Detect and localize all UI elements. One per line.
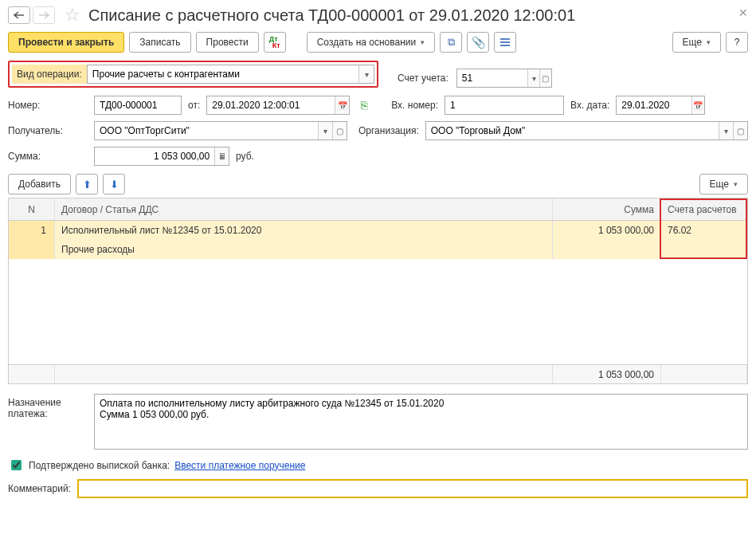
purpose-label: Назначение платежа: [8,394,88,450]
col-header-doc[interactable]: Договор / Статья ДДС [55,198,553,220]
org-dropdown-button[interactable]: ▾ [719,122,733,139]
bank-confirmed-checkbox[interactable] [11,460,22,470]
calendar-button[interactable]: 📅 [335,96,349,114]
sum-input[interactable] [95,147,214,165]
table-more-button[interactable]: Еще [699,174,748,194]
org-open-button[interactable]: ▢ [733,122,747,139]
structure-icon: ⧉ [448,36,455,49]
account-open-button[interactable]: ▢ [539,69,551,87]
table-row[interactable]: 1 Исполнительный лист №12345 от 15.01.20… [9,221,747,240]
close-icon[interactable]: ✕ [738,6,748,19]
col-header-n[interactable]: N [9,198,55,220]
currency-label: руб. [236,151,254,162]
cell-doc2: Прочие расходы [55,240,553,259]
from-label: от: [188,100,200,111]
post-and-close-button[interactable]: Провести и закрыть [8,32,124,53]
list-icon [500,38,510,46]
recipient-open-button[interactable]: ▢ [332,122,347,139]
number-input[interactable] [95,96,181,114]
execute-icon[interactable]: ⎘ [361,99,367,112]
cell-doc1: Исполнительный лист №12345 от 15.01.2020 [55,221,553,240]
col-header-acct[interactable]: Счета расчетов [661,198,747,220]
in-number-label: Вх. номер: [391,100,438,111]
paperclip-icon: 📎 [472,36,485,49]
cell-sum: 1 053 000,00 [553,221,661,240]
post-button[interactable]: Провести [196,32,259,53]
debit-credit-button[interactable]: ДтКт [264,32,286,53]
recipient-label: Получатель: [8,125,88,136]
attach-button[interactable]: 📎 [467,32,489,53]
toolbar-more-button[interactable]: Еще [672,32,721,53]
in-date-input[interactable] [617,96,691,114]
in-date-calendar-button[interactable]: 📅 [691,96,705,114]
col-header-sum[interactable]: Сумма [553,198,661,220]
calc-button[interactable]: 🖩 [214,147,229,165]
operation-type-block: Вид операции: ▾ [8,61,378,88]
detail-table: N Договор / Статья ДДС Сумма Счета расче… [8,198,748,384]
dtkt-icon: ДтКт [269,36,280,49]
move-down-button[interactable]: ⬇ [103,174,125,194]
table-row[interactable]: Прочие расходы [9,240,747,259]
purpose-textarea[interactable] [94,394,748,450]
org-label: Организация: [358,125,419,136]
org-input[interactable] [426,122,719,139]
arrow-up-icon: ⬆ [83,179,92,191]
sum-label: Сумма: [8,151,88,162]
structure-button[interactable]: ⧉ [440,32,462,53]
cell-n: 1 [9,221,55,240]
account-dropdown-button[interactable]: ▾ [527,69,539,87]
arrow-down-icon: ⬇ [110,179,119,191]
list-button[interactable] [494,32,516,53]
operation-type-dropdown-button[interactable]: ▾ [358,65,374,83]
save-button[interactable]: Записать [129,32,190,53]
help-button[interactable]: ? [726,32,748,53]
in-number-input[interactable] [445,96,563,114]
move-up-button[interactable]: ⬆ [76,174,98,194]
comment-label: Комментарий: [8,483,71,494]
cell-acct: 76.02 [661,221,747,240]
bank-confirmed-label: Подтверждено выпиской банка: [29,460,170,471]
create-payment-order-link[interactable]: Ввести платежное поручение [174,460,305,471]
comment-input[interactable] [79,481,746,497]
page-title: Списание с расчетного счета ТД00-000001 … [88,6,575,25]
recipient-input[interactable] [95,122,318,139]
operation-type-label: Вид операции: [12,65,87,84]
back-button[interactable] [8,6,30,24]
forward-button[interactable] [33,6,55,24]
operation-type-input[interactable] [88,65,358,83]
favorite-icon[interactable]: ☆ [65,5,80,26]
account-label: Счет учета: [398,73,449,84]
in-date-label: Вх. дата: [570,100,609,111]
number-label: Номер: [8,100,88,111]
account-input[interactable] [457,69,528,87]
add-row-button[interactable]: Добавить [8,174,71,194]
date-input[interactable] [207,96,335,114]
footer-total: 1 053 000,00 [553,365,661,383]
recipient-dropdown-button[interactable]: ▾ [318,122,332,139]
create-based-button[interactable]: Создать на основании [307,32,436,53]
